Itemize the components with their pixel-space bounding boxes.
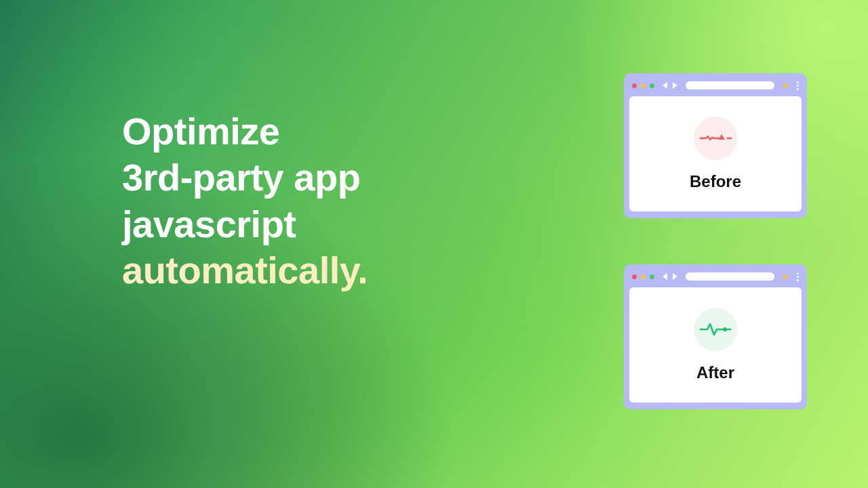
- url-bar: [686, 272, 774, 281]
- browser-titlebar: ★: [629, 270, 802, 287]
- browser-viewport: Before: [629, 96, 802, 211]
- traffic-light-minimize-icon: [641, 274, 646, 279]
- headline-line-2: 3rd-party app: [122, 155, 368, 201]
- after-label: After: [696, 363, 734, 382]
- traffic-light-close-icon: [632, 274, 637, 279]
- traffic-light-zoom-icon: [650, 274, 654, 279]
- svg-marker-0: [718, 134, 725, 140]
- headline-line-3: javascript: [122, 201, 368, 247]
- nav-forward-icon: [673, 82, 677, 89]
- nav-forward-icon: [673, 273, 677, 280]
- headline-line-4-accent: automatically.: [122, 247, 368, 293]
- browser-viewport: After: [629, 287, 802, 403]
- headline-line-1: Optimize: [122, 108, 368, 155]
- nav-back-icon: [663, 273, 667, 280]
- bookmark-star-icon: ★: [781, 80, 790, 91]
- before-label: Before: [690, 172, 741, 191]
- promo-canvas: Optimize 3rd-party app javascript automa…: [0, 0, 868, 488]
- headline: Optimize 3rd-party app javascript automa…: [122, 108, 368, 293]
- traffic-light-minimize-icon: [641, 83, 646, 88]
- browser-titlebar: ★: [629, 79, 802, 96]
- before-card: ★ Before: [624, 73, 807, 218]
- unstable-signal-icon: [694, 117, 737, 160]
- kebab-menu-icon: [797, 272, 799, 281]
- nav-back-icon: [663, 82, 667, 89]
- stable-signal-icon: [694, 308, 737, 351]
- traffic-light-close-icon: [632, 83, 637, 88]
- bookmark-star-icon: ★: [781, 271, 790, 282]
- after-card: ★ After: [624, 264, 807, 409]
- kebab-menu-icon: [797, 81, 799, 90]
- url-bar: [686, 81, 774, 89]
- svg-point-3: [723, 327, 727, 331]
- traffic-light-zoom-icon: [650, 83, 654, 88]
